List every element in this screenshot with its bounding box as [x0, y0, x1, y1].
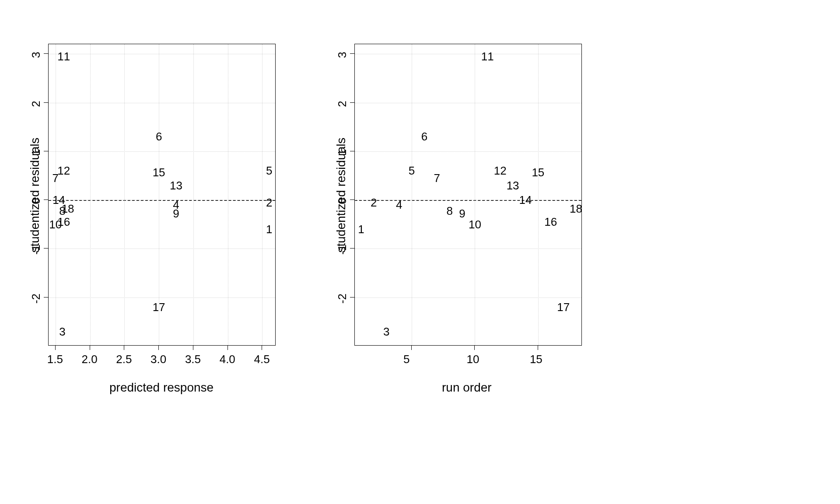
x-tick-label: 1.5	[47, 353, 63, 366]
tick-mark-x	[474, 346, 475, 350]
tick-mark-x	[55, 346, 56, 350]
data-point-label: 3	[383, 325, 389, 338]
y-tick-label: -1	[336, 241, 349, 259]
gridline-vertical	[412, 44, 412, 345]
y-tick-label: 3	[336, 46, 349, 64]
x-axis-label-right: run order	[442, 381, 492, 395]
tick-mark-y	[44, 297, 48, 298]
tick-mark-x	[411, 346, 412, 350]
data-point-label: 16	[544, 215, 557, 229]
scatter-plot-right: 123456789101112131415161718	[354, 44, 582, 346]
data-point-label: 15	[153, 165, 165, 179]
data-point-label: 2	[371, 196, 377, 209]
gridline-vertical	[228, 44, 228, 345]
data-point-label: 13	[507, 178, 519, 192]
gridline-horizontal	[49, 103, 275, 103]
data-point-label: 18	[62, 202, 74, 216]
data-point-label: 5	[266, 164, 272, 178]
y-tick-label: 1	[29, 144, 43, 161]
y-tick-label: -2	[29, 290, 43, 307]
x-tick-label: 5	[403, 353, 410, 366]
x-tick-label: 4.5	[254, 353, 270, 366]
gridline-horizontal	[49, 151, 275, 152]
tick-mark-x	[90, 346, 90, 350]
tick-mark-y	[350, 297, 354, 298]
y-tick-label: 3	[29, 46, 43, 64]
gridline-vertical	[193, 44, 194, 345]
gridline-horizontal	[49, 298, 275, 298]
x-tick-label: 10	[466, 353, 479, 366]
gridline-horizontal	[355, 103, 581, 103]
tick-mark-y	[44, 151, 48, 151]
chart-canvas: 123456789101112131415161718 studentized …	[0, 0, 840, 504]
x-tick-label: 2.5	[116, 353, 132, 366]
y-tick-label: 0	[29, 192, 43, 210]
tick-mark-x	[262, 346, 262, 350]
data-point-label: 16	[57, 215, 70, 229]
tick-mark-y	[350, 53, 354, 54]
gridline-horizontal	[49, 54, 275, 54]
data-point-label: 9	[173, 207, 179, 220]
x-tick-label: 15	[530, 353, 542, 366]
data-point-label: 13	[170, 178, 182, 192]
data-point-label: 9	[459, 207, 465, 220]
gridline-horizontal	[355, 248, 581, 249]
data-point-label: 10	[469, 217, 481, 231]
x-tick-label: 3.0	[150, 353, 166, 366]
tick-mark-y	[350, 200, 354, 200]
gridline-vertical	[90, 44, 91, 345]
data-point-label: 11	[57, 49, 70, 63]
x-tick-label: 2.0	[82, 353, 98, 366]
y-tick-label: 1	[336, 144, 349, 161]
gridline-horizontal	[355, 298, 581, 298]
data-point-label: 6	[421, 130, 427, 144]
data-point-label: 1	[266, 222, 272, 236]
data-point-label: 4	[396, 198, 402, 212]
y-tick-label: 0	[336, 192, 349, 210]
data-point-label: 11	[481, 49, 494, 63]
tick-mark-y	[44, 248, 48, 248]
data-point-label: 17	[153, 300, 165, 314]
data-point-label: 12	[494, 164, 507, 178]
x-axis-label-left: predicted response	[109, 381, 214, 395]
y-tick-label: -2	[336, 290, 349, 307]
gridline-vertical	[262, 44, 262, 345]
data-point-label: 15	[532, 165, 544, 179]
gridline-horizontal	[355, 151, 581, 152]
tick-mark-y	[350, 151, 354, 151]
data-point-label: 5	[409, 164, 415, 178]
gridline-vertical	[475, 44, 475, 345]
data-point-label: 12	[57, 164, 70, 178]
tick-mark-y	[44, 102, 48, 103]
data-point-label: 14	[519, 193, 532, 207]
y-tick-label: -1	[29, 241, 43, 259]
data-point-label: 6	[156, 130, 162, 144]
data-point-label: 8	[446, 204, 452, 217]
x-tick-label: 3.5	[185, 353, 201, 366]
gridline-vertical	[538, 44, 539, 345]
gridline-horizontal	[355, 200, 581, 200]
tick-mark-y	[44, 53, 48, 54]
data-point-label: 7	[434, 172, 440, 185]
tick-mark-y	[44, 200, 48, 200]
gridline-vertical	[124, 44, 125, 345]
tick-mark-x	[538, 346, 538, 350]
tick-mark-x	[124, 346, 124, 350]
tick-mark-x	[193, 346, 193, 350]
tick-mark-x	[228, 346, 228, 350]
gridline-horizontal	[49, 200, 275, 200]
tick-mark-y	[350, 248, 354, 248]
scatter-plot-left: 123456789101112131415161718	[48, 44, 276, 346]
gridline-horizontal	[49, 248, 275, 249]
gridline-horizontal	[355, 54, 581, 54]
data-point-label: 17	[557, 300, 570, 314]
tick-mark-x	[158, 346, 159, 350]
y-tick-label: 2	[29, 95, 43, 112]
x-tick-label: 4.0	[220, 353, 235, 366]
y-tick-label: 2	[336, 95, 349, 112]
data-point-label: 18	[570, 202, 582, 216]
data-point-label: 3	[59, 325, 65, 338]
tick-mark-y	[350, 102, 354, 103]
data-point-label: 2	[266, 196, 272, 209]
data-point-label: 1	[358, 222, 364, 236]
